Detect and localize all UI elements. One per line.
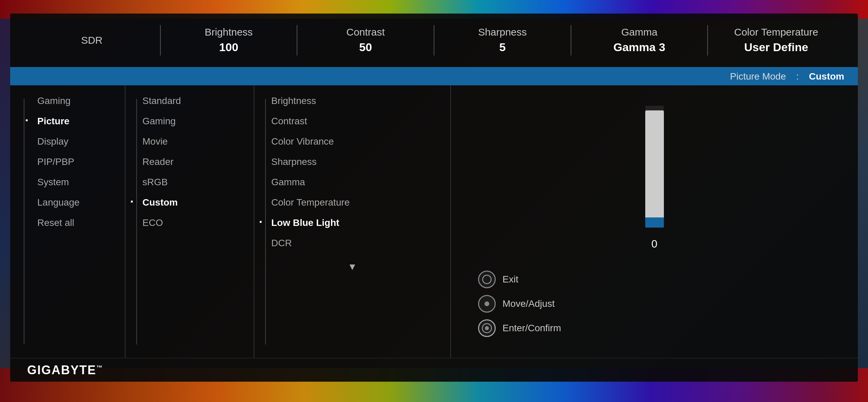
status-sdr: SDR (24, 33, 160, 47)
move-adjust-icon (478, 295, 496, 313)
picture-mode-bar: Picture Mode : Custom (10, 68, 858, 85)
brand-logo: GIGABYTE™ (27, 363, 103, 377)
status-sharpness: Sharpness 5 (434, 25, 571, 56)
slider-col: 0 Exit Move/Adjust (451, 85, 858, 358)
enter-confirm-label: Enter/Confirm (502, 323, 561, 334)
move-adjust-label: Move/Adjust (502, 298, 555, 309)
nav-col: Gaming Picture Display PIP/PBP System La… (10, 85, 125, 358)
nav-item-system[interactable]: System (27, 177, 118, 188)
nav-item-pip-pbp[interactable]: PIP/PBP (27, 156, 118, 167)
enter-confirm-icon (478, 319, 496, 337)
nav-item-picture[interactable]: Picture (27, 116, 118, 127)
setting-dcr[interactable]: DCR (261, 238, 443, 249)
nav-item-reset-all[interactable]: Reset all (27, 217, 118, 228)
menu-gaming[interactable]: Gaming (132, 116, 247, 127)
menu-srgb[interactable]: sRGB (132, 177, 247, 188)
control-exit[interactable]: Exit (478, 271, 561, 288)
menu-custom[interactable]: Custom (132, 197, 247, 208)
top-bar: SDR Brightness 100 Contrast 50 Sharpness… (10, 14, 858, 68)
status-gamma: Gamma Gamma 3 (571, 25, 708, 56)
menu-movie[interactable]: Movie (132, 136, 247, 147)
nav-item-gaming[interactable]: Gaming (27, 96, 118, 106)
setting-brightness[interactable]: Brightness (261, 96, 443, 106)
settings-col: Brightness Contrast Color Vibrance Sharp… (254, 85, 451, 358)
nav-item-language[interactable]: Language (27, 197, 118, 208)
bottom-bar: GIGABYTE™ (10, 358, 858, 382)
menu-eco[interactable]: ECO (132, 217, 247, 228)
setting-low-blue-light[interactable]: Low Blue Light (261, 217, 443, 228)
setting-gamma[interactable]: Gamma (261, 177, 443, 188)
setting-color-vibrance[interactable]: Color Vibrance (261, 136, 443, 147)
osd-container: SDR Brightness 100 Contrast 50 Sharpness… (10, 14, 858, 382)
control-move-adjust[interactable]: Move/Adjust (478, 295, 561, 313)
setting-color-temperature[interactable]: Color Temperature (261, 197, 443, 208)
slider-wrapper[interactable] (645, 102, 664, 231)
setting-sharpness[interactable]: Sharpness (261, 156, 443, 167)
control-enter-confirm[interactable]: Enter/Confirm (478, 319, 561, 337)
nav-item-display[interactable]: Display (27, 136, 118, 147)
content-area: Gaming Picture Display PIP/PBP System La… (10, 85, 858, 358)
status-brightness: Brightness 100 (161, 25, 297, 56)
picture-mode-col: Standard Gaming Movie Reader sRGB Custom… (125, 85, 254, 358)
exit-label: Exit (502, 274, 518, 285)
scroll-down-indicator: ▼ (261, 261, 443, 272)
slider-track[interactable] (645, 106, 664, 228)
status-contrast: Contrast 50 (297, 25, 434, 56)
menu-reader[interactable]: Reader (132, 156, 247, 167)
slider-fill (645, 110, 664, 228)
status-color-temp: Color Temperature User Define (708, 25, 844, 56)
slider-value: 0 (651, 238, 657, 250)
slider-thumb[interactable] (645, 217, 664, 228)
exit-icon (478, 271, 496, 288)
menu-standard[interactable]: Standard (132, 96, 247, 106)
setting-contrast[interactable]: Contrast (261, 116, 443, 127)
